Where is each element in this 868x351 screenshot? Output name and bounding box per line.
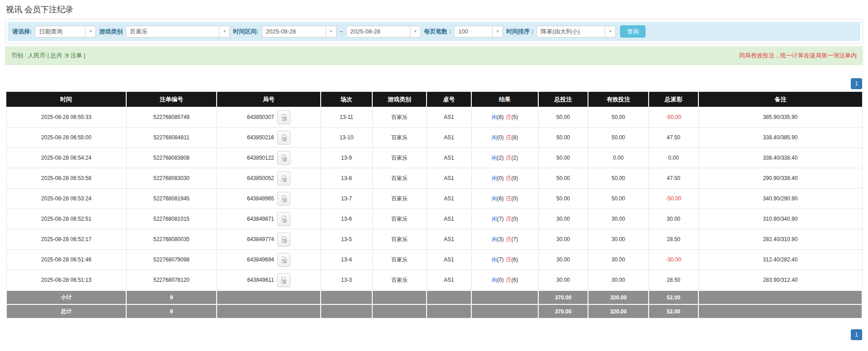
cell-total-bet-link[interactable]: 30.00: [538, 209, 588, 229]
game-type-select[interactable]: 百家乐 ▼: [126, 26, 230, 38]
cell-payout: 28.50: [649, 229, 698, 250]
cell-bet-id: 522768081015: [126, 209, 217, 229]
banker-count: (7): [512, 236, 518, 242]
cell-session: 13-3: [321, 270, 372, 291]
banker-count: (8): [512, 134, 518, 141]
banker-label: 庄: [506, 277, 512, 283]
player-label: 闲: [492, 175, 497, 181]
page-1-button[interactable]: 1: [851, 329, 862, 340]
video-record-icon[interactable]: [277, 212, 290, 226]
cell-game-type: 百家乐: [372, 229, 427, 250]
cell-round: 643849871: [217, 209, 321, 229]
summary-bar: 币别 : 人民币 | 总共 :9 注单 | 同局有效投注，统一计算在该局第一张注…: [5, 46, 863, 65]
video-record-icon[interactable]: [277, 151, 290, 165]
player-label: 闲: [492, 155, 497, 161]
table-row: 2025-08-28 06:55:33 522768085749 6438503…: [6, 107, 862, 128]
search-button[interactable]: 查询: [620, 25, 645, 38]
cell-note: 312.40/282.40: [698, 250, 862, 270]
video-record-icon[interactable]: [277, 253, 290, 267]
video-record-icon[interactable]: [277, 192, 290, 206]
player-count: (7): [497, 216, 504, 222]
header-payout: 总派彩: [649, 92, 698, 107]
cell-round: 643849694: [217, 250, 321, 270]
cell-total-bet-link[interactable]: 50.00: [538, 107, 588, 128]
cell-bet-id: 522768085749: [126, 107, 217, 128]
total-count: 9: [126, 304, 217, 318]
banker-label: 庄: [506, 195, 512, 202]
cell-round: 643850052: [217, 168, 321, 189]
cell-result: 闲(0)庄(6): [471, 270, 538, 291]
player-count: (3): [497, 236, 504, 242]
player-label: 闲: [492, 195, 497, 202]
header-total-bet: 总投注: [538, 92, 588, 107]
chevron-down-icon: ▼: [326, 26, 336, 37]
header-game-type: 游戏类别: [372, 92, 427, 107]
banker-label: 庄: [506, 114, 512, 120]
cell-session: 13-11: [321, 107, 372, 128]
cell-time: 2025-08-28 06:52:17: [6, 229, 126, 250]
video-record-icon[interactable]: [277, 110, 290, 124]
header-table-no: 桌号: [427, 92, 471, 107]
cell-game-type: 百家乐: [372, 128, 427, 148]
date-from-select[interactable]: 2025-08-28 ▼: [262, 26, 337, 38]
cell-round: 643849965: [217, 189, 321, 209]
player-count: (2): [497, 155, 504, 161]
round-number: 643849871: [247, 216, 274, 222]
chevron-down-icon: ▼: [492, 26, 503, 37]
cell-time: 2025-08-28 06:51:13: [6, 270, 126, 291]
round-number: 643849694: [247, 256, 274, 263]
cell-table-no: AS1: [427, 189, 471, 209]
currency-total-summary: 币别 : 人民币 | 总共 :9 注单 |: [11, 52, 85, 60]
chevron-down-icon: ▼: [219, 26, 229, 37]
cell-result: 闲(7)庄(0): [471, 209, 538, 229]
bet-records-table: 时间 注单编号 局号 场次 游戏类别 桌号 结果 总投注 有效投注 总派彩 备注…: [6, 92, 863, 319]
page-size-select[interactable]: 100 ▼: [454, 26, 503, 38]
header-result: 结果: [471, 92, 538, 107]
cell-bet-id: 522768084811: [126, 128, 217, 148]
cell-payout: 47.50: [649, 128, 698, 148]
cell-table-no: AS1: [427, 168, 471, 189]
page-size-label: 每页笔数 :: [424, 28, 451, 36]
game-type-value: 百家乐: [126, 28, 219, 36]
banker-count: (5): [512, 114, 518, 120]
cell-session: 13-5: [321, 229, 372, 250]
date-to-select[interactable]: 2025-08-28 ▼: [346, 26, 421, 38]
cell-payout: -50.00: [649, 189, 698, 209]
banker-count: (6): [512, 277, 518, 283]
sort-order-select[interactable]: 降幂(由大到小) ▼: [536, 26, 616, 38]
cell-total-bet-link[interactable]: 50.00: [538, 128, 588, 148]
table-row: 2025-08-28 06:52:17 522768080035 6438497…: [6, 229, 862, 250]
cell-session: 13-7: [321, 189, 372, 209]
round-number: 643850307: [247, 114, 274, 120]
cell-round: 643849611: [217, 270, 321, 291]
cell-game-type: 百家乐: [372, 250, 427, 270]
date-range-separator: ~: [340, 28, 343, 35]
round-number: 643849774: [247, 236, 274, 242]
video-record-icon[interactable]: [277, 273, 290, 287]
banker-count: (0): [512, 216, 518, 222]
cell-total-bet-link[interactable]: 30.00: [538, 250, 588, 270]
table-header-row: 时间 注单编号 局号 场次 游戏类别 桌号 结果 总投注 有效投注 总派彩 备注: [6, 92, 862, 107]
cell-total-bet-link[interactable]: 30.00: [538, 229, 588, 250]
video-record-icon[interactable]: [277, 232, 290, 247]
cell-total-bet-link[interactable]: 50.00: [538, 189, 588, 209]
player-label: 闲: [492, 216, 497, 222]
chevron-down-icon: ▼: [85, 26, 95, 37]
cell-table-no: AS1: [427, 148, 471, 168]
cell-result: 闲(6)庄(0): [471, 189, 538, 209]
video-record-icon[interactable]: [277, 131, 290, 145]
table-row: 2025-08-28 06:54:24 522768083808 6438501…: [6, 148, 862, 168]
sort-order-label: 时间排序 :: [506, 28, 533, 36]
player-count: (0): [497, 277, 504, 283]
video-record-icon[interactable]: [277, 171, 290, 185]
cell-total-bet-link[interactable]: 30.00: [538, 270, 588, 291]
page-size-value: 100: [455, 28, 492, 35]
table-row: 2025-08-28 06:55:00 522768084811 6438502…: [6, 128, 862, 148]
subtotal-label: 小计: [6, 290, 126, 304]
query-type-select[interactable]: 日期查询 ▼: [35, 26, 96, 38]
cell-note: 385.90/335.90: [698, 107, 862, 128]
table-row: 2025-08-28 06:51:13 522768078120 6438496…: [6, 270, 862, 291]
cell-total-bet-link[interactable]: 50.00: [538, 168, 588, 189]
cell-total-bet-link[interactable]: 50.00: [538, 148, 588, 168]
page-1-button[interactable]: 1: [851, 78, 862, 89]
